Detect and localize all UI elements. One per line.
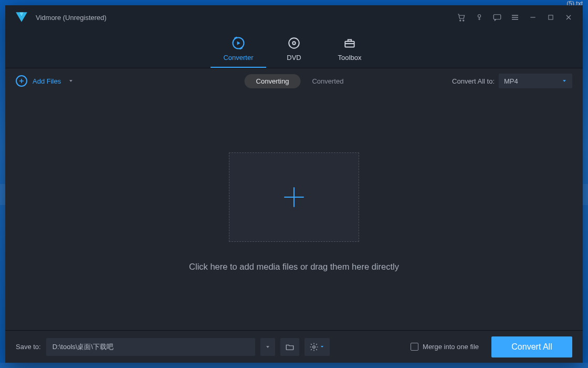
tab-label: Converter — [223, 54, 253, 62]
dropzone[interactable] — [229, 152, 359, 242]
merge-checkbox[interactable]: Merge into one file — [411, 343, 479, 351]
tab-toolbox[interactable]: Toolbox — [322, 36, 377, 68]
app-logo-icon — [15, 11, 28, 24]
footer: Save to: D:\tools\桌面\下载吧 Merge into one … — [5, 330, 583, 363]
add-files-label: Add Files — [33, 77, 61, 85]
save-path-dropdown[interactable] — [260, 338, 275, 356]
converter-icon — [231, 36, 246, 50]
tab-label: Toolbox — [338, 54, 362, 62]
add-files-button[interactable]: Add Files — [16, 75, 74, 87]
svg-point-7 — [292, 42, 295, 44]
svg-rect-8 — [345, 42, 354, 47]
save-path-value: D:\tools\桌面\下载吧 — [52, 342, 113, 352]
menu-icon[interactable] — [506, 8, 524, 26]
maximize-icon[interactable] — [542, 8, 560, 26]
svg-point-6 — [289, 38, 299, 48]
save-path-field[interactable]: D:\tools\桌面\下载吧 — [46, 338, 255, 356]
settings-button[interactable] — [304, 338, 330, 356]
app-title: Vidmore (Unregistered) — [36, 14, 107, 22]
chevron-down-icon — [562, 78, 567, 84]
checkbox-icon — [411, 343, 418, 351]
dropzone-hint: Click here to add media files or drag th… — [189, 262, 399, 272]
format-select[interactable]: MP4 — [499, 74, 572, 88]
chevron-down-icon — [320, 344, 324, 349]
chevron-down-icon — [265, 344, 270, 350]
titlebar: Vidmore (Unregistered) — [5, 5, 583, 29]
dvd-icon — [287, 36, 301, 50]
tab-converter[interactable]: Converter — [211, 36, 266, 68]
plus-circle-icon — [16, 75, 27, 87]
queue-tab-converted[interactable]: Converted — [312, 77, 343, 85]
queue-tab-converting[interactable]: Converting — [245, 74, 301, 88]
gear-icon — [309, 342, 319, 352]
cart-icon[interactable] — [453, 8, 470, 26]
content-area: Click here to add media files or drag th… — [5, 94, 583, 330]
queue-tabs: Converting Converted — [245, 74, 344, 88]
tab-label: DVD — [287, 54, 301, 62]
svg-rect-4 — [549, 15, 553, 19]
merge-label: Merge into one file — [423, 343, 479, 351]
save-to-label: Save to: — [16, 343, 41, 351]
svg-point-2 — [478, 15, 480, 17]
format-value: MP4 — [504, 77, 518, 85]
chevron-down-icon[interactable] — [68, 77, 74, 85]
plus-icon — [281, 184, 307, 210]
convert-all-button[interactable]: Convert All — [491, 336, 572, 357]
tab-dvd[interactable]: DVD — [266, 36, 322, 68]
toolbox-icon — [342, 36, 357, 50]
folder-icon — [285, 342, 295, 352]
app-window: Vidmore (Unregistered) — [5, 5, 583, 363]
svg-point-1 — [463, 20, 464, 21]
main-navbar: Converter DVD Toolbox — [5, 29, 583, 68]
convert-all-to-label: Convert All to: — [452, 77, 495, 85]
svg-point-0 — [460, 20, 461, 21]
open-folder-button[interactable] — [280, 338, 299, 356]
minimize-icon[interactable] — [524, 8, 542, 26]
key-icon[interactable] — [470, 8, 488, 26]
close-icon[interactable] — [560, 8, 578, 26]
feedback-icon[interactable] — [488, 8, 506, 26]
svg-point-9 — [313, 345, 316, 348]
subbar: Add Files Converting Converted Convert A… — [5, 68, 583, 94]
